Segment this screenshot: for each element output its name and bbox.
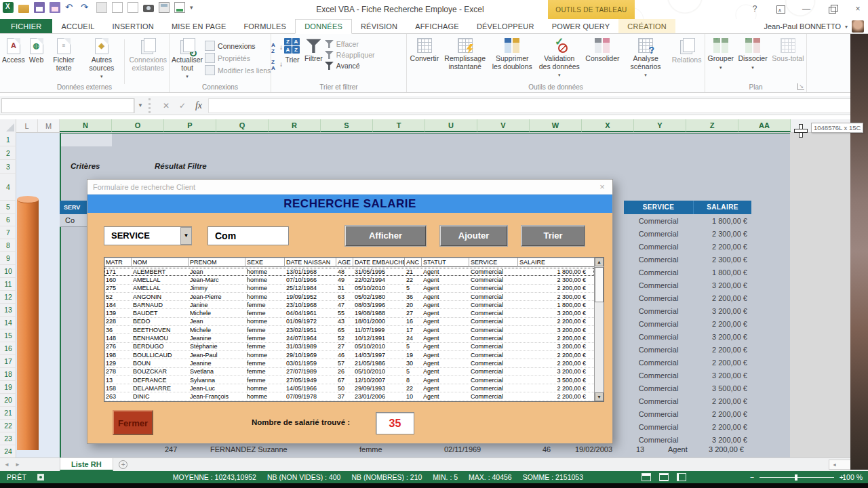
row-header[interactable]: 20: [0, 394, 16, 407]
column-header-selected[interactable]: S: [321, 119, 373, 132]
row-header[interactable]: 4: [0, 174, 16, 201]
listbox-row[interactable]: 171 ALEMBERT Jean homme 13/01/1968 48 31…: [104, 268, 594, 276]
scrollbar-thumb[interactable]: [595, 267, 604, 302]
new-sheet-button[interactable]: +: [113, 458, 134, 471]
afficher-button[interactable]: Afficher: [345, 226, 426, 246]
column-header-selected[interactable]: O: [112, 119, 164, 132]
refresh-all-button[interactable]: ↻ Actualiser tout ▾: [170, 37, 205, 82]
camera-icon[interactable]: [143, 5, 154, 12]
dialog-launcher-icon[interactable]: ↘: [797, 83, 804, 90]
scroll-down-icon[interactable]: ▼: [595, 392, 604, 401]
listbox-row[interactable]: 52 ANGONIN Jean-Pierre homme 19/09/1952 …: [104, 293, 594, 301]
listbox-row[interactable]: 160 AMELLAL Jean-Marc homme 07/10/1966 4…: [104, 276, 594, 284]
print-preview-icon[interactable]: [127, 2, 138, 13]
tab-affichage[interactable]: AFFICHAGE: [406, 19, 468, 33]
next-sheet-icon[interactable]: ►: [15, 462, 20, 468]
column-header-selected[interactable]: W: [530, 119, 582, 132]
subtotal-button[interactable]: Sous-total: [770, 37, 806, 64]
tab-donnees[interactable]: DONNÉES: [295, 19, 352, 34]
row-header[interactable]: 3: [0, 160, 16, 174]
tab-formules[interactable]: FORMULES: [235, 19, 295, 33]
select-all-corner[interactable]: [0, 119, 16, 133]
trier-button[interactable]: Trier: [521, 226, 585, 246]
sheet-tab-liste-rh[interactable]: Liste RH: [60, 458, 113, 471]
filter-button[interactable]: Filtrer: [302, 37, 325, 64]
row-header[interactable]: 5: [0, 201, 16, 214]
consolidate-button[interactable]: Consolider: [583, 37, 621, 64]
sort-descending-icon[interactable]: ZA: [271, 59, 282, 74]
sort-ascending-icon[interactable]: AZ: [271, 42, 282, 57]
row-header[interactable]: 23: [0, 432, 16, 445]
close-button[interactable]: ×: [852, 3, 864, 15]
zoom-slider[interactable]: [760, 477, 834, 478]
reapply-filter-button[interactable]: Réappliquer: [325, 50, 375, 59]
ungroup-button[interactable]: ← Dissocier ▾: [736, 37, 770, 73]
macro-record-icon[interactable]: [37, 474, 44, 481]
new-document-icon[interactable]: [112, 2, 123, 13]
existing-connections-button[interactable]: Connexions existantes: [127, 37, 169, 73]
sort-button[interactable]: ZAAZ Trier: [282, 37, 302, 66]
listbox-row[interactable]: 129 BOUN Jeanine femme 03/01/1959 57 21/…: [104, 359, 594, 367]
access-button[interactable]: A Access: [0, 37, 27, 66]
data-validation-button[interactable]: ✓ Validation des données ▾: [536, 37, 583, 81]
cancel-icon[interactable]: ✕: [158, 98, 174, 113]
dialog-title[interactable]: Formulaire de recherche Client: [87, 180, 612, 195]
tab-accueil[interactable]: ACCUEIL: [52, 19, 103, 33]
listbox-row[interactable]: 278 BOUZCKAR Svetlana femme 27/07/1989 2…: [104, 368, 594, 376]
row-header[interactable]: 17: [0, 355, 16, 368]
column-header-selected[interactable]: N: [60, 119, 112, 132]
column-header-selected[interactable]: X: [582, 119, 634, 132]
column-header-selected[interactable]: V: [477, 119, 530, 132]
zoom-slider-thumb[interactable]: [795, 474, 797, 481]
tab-revision[interactable]: RÉVISION: [352, 19, 406, 33]
user-account[interactable]: Jean-Paul BONNETTO ▾: [764, 19, 864, 34]
listbox-row[interactable]: 139 BAUDET Michele femme 04/04/1961 55 1…: [104, 309, 594, 317]
clear-filter-button[interactable]: Effacer: [325, 39, 375, 48]
column-header-selected[interactable]: Q: [216, 119, 269, 132]
tab-developpeur[interactable]: DÉVELOPPEUR: [468, 19, 543, 33]
dialog-close-icon[interactable]: ×: [597, 182, 608, 192]
help-button[interactable]: ?: [749, 3, 761, 15]
row-header[interactable]: 18: [0, 368, 16, 381]
column-header[interactable]: M: [38, 119, 60, 132]
fermer-button[interactable]: Fermer: [113, 410, 153, 435]
listbox-row[interactable]: 275 AMELLAL Jimmy homme 25/12/1984 31 05…: [104, 285, 594, 293]
relationships-button[interactable]: Relations: [670, 37, 704, 66]
tab-fichier[interactable]: FICHIER: [0, 19, 52, 33]
listbox-row[interactable]: 36 BEETHOVEN Michele femme 23/02/1951 65…: [104, 326, 594, 334]
row-header[interactable]: 8: [0, 239, 16, 252]
redo-icon[interactable]: ↷: [81, 2, 92, 13]
row-header[interactable]: 9: [0, 252, 16, 265]
row-header[interactable]: 15: [0, 329, 16, 342]
search-textbox[interactable]: Com: [208, 226, 289, 245]
advanced-filter-button[interactable]: Avancé: [325, 61, 375, 70]
employee-listbox[interactable]: MATRNOMPRENOMSEXEDATE NAISSANAGEDATE EMB…: [104, 257, 604, 402]
row-header[interactable]: 12: [0, 291, 16, 304]
page-layout-view-icon[interactable]: [659, 473, 669, 481]
text-file-button[interactable]: ≡ Fichier texte: [45, 37, 82, 73]
listbox-row[interactable]: 13 DEFRANCE Sylvanna femme 27/05/1949 67…: [104, 376, 594, 384]
minimize-button[interactable]: —: [800, 3, 812, 15]
column-header-selected[interactable]: R: [269, 119, 321, 132]
page-break-view-icon[interactable]: [677, 473, 686, 481]
listbox-row[interactable]: 228 BEDO Jean homme 01/09/1972 43 18/01/…: [104, 318, 594, 326]
quick-tool-icon[interactable]: [96, 2, 107, 13]
open-icon[interactable]: [18, 5, 29, 13]
listbox-scrollbar[interactable]: ▲ ▼: [594, 258, 604, 401]
column-header-selected[interactable]: AA: [738, 119, 791, 132]
macro-tool-icon[interactable]: [174, 2, 185, 13]
listbox-row[interactable]: 263 DINIC Jean-François homme 07/09/1978…: [104, 392, 594, 401]
web-button[interactable]: ◍ Web: [27, 37, 45, 66]
tab-insertion[interactable]: INSERTION: [104, 19, 163, 33]
group-button[interactable]: → Grouper ▾: [706, 37, 736, 73]
text-to-columns-button[interactable]: Convertir: [408, 37, 441, 64]
properties-button[interactable]: Propriétés: [205, 53, 271, 63]
tab-mise-en-page[interactable]: MISE EN PAGE: [163, 19, 235, 33]
column-header-selected[interactable]: U: [425, 119, 477, 132]
undo-icon[interactable]: ↶: [65, 2, 76, 13]
insert-function-icon[interactable]: fx: [191, 98, 207, 113]
zoom-level[interactable]: 100 %: [842, 473, 863, 481]
formula-input[interactable]: [208, 98, 867, 113]
save-icon[interactable]: [34, 2, 45, 13]
listbox-row[interactable]: 276 BERDUGO Stéphanie femme 31/03/1989 2…: [104, 343, 594, 351]
